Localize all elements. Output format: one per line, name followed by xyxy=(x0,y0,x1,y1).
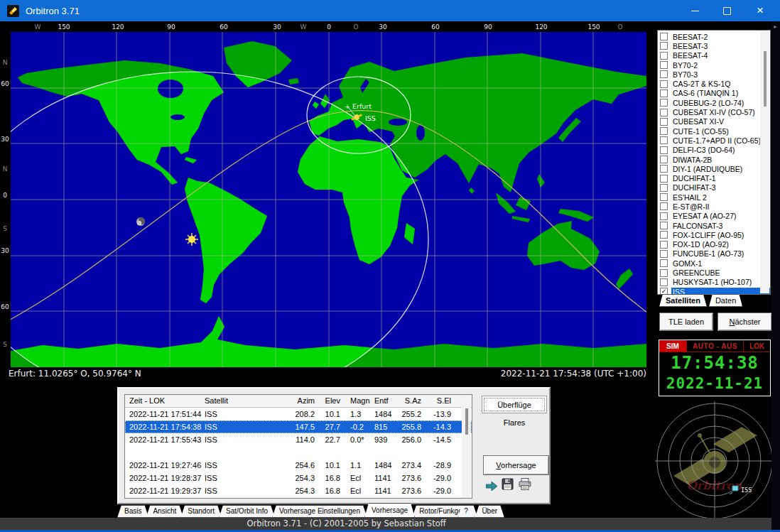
column-header[interactable]: Azim xyxy=(276,395,315,407)
satellite-checkbox[interactable] xyxy=(660,99,668,107)
passes-option-toggle[interactable]: Überflüge xyxy=(482,396,547,413)
forecast-button[interactable]: Vorhersage xyxy=(483,455,549,475)
sim-mode-badge[interactable]: SIM xyxy=(659,340,687,352)
satellite-checkbox[interactable] xyxy=(660,278,668,286)
tab-vorhersage[interactable]: Vorhersage xyxy=(364,503,415,518)
column-header[interactable]: Magn xyxy=(350,395,370,407)
satellite-checkbox[interactable] xyxy=(660,80,668,88)
tab-sat-orbit-info[interactable]: Sat/Orbit Info xyxy=(219,505,275,518)
satellite-checkbox[interactable] xyxy=(660,202,668,210)
prediction-table-header[interactable]: Zeit - LOKSatellitAzimElevMagnEntfS.AzS.… xyxy=(125,395,472,408)
satellite-checkbox[interactable] xyxy=(660,156,668,163)
satellite-list-item[interactable]: FOX-1D (AO-92) xyxy=(658,240,770,249)
prediction-row[interactable]: 2022-11-21 17:55:43ISS114.022.70.0*93925… xyxy=(125,433,472,446)
prediction-row[interactable]: 2022-11-21 17:54:38ISS147.527.7-0.281525… xyxy=(125,420,472,433)
minimize-button[interactable] xyxy=(681,0,709,21)
satellite-checkbox[interactable] xyxy=(660,231,668,239)
tab-standort[interactable]: Standort xyxy=(180,505,222,518)
satellite-list-item[interactable]: DIWATA-2B xyxy=(658,155,770,164)
prediction-row[interactable]: 2022-11-21 19:29:37ISS254.316.8Ecl114127… xyxy=(125,484,472,497)
prediction-cell: 2022-11-21 19:27:46 xyxy=(129,459,201,472)
panel-collapse-arrow[interactable]: ► xyxy=(773,24,778,29)
satellite-list-item[interactable]: FALCONSAT-3 xyxy=(658,221,770,230)
satellite-list-item[interactable]: BEESAT-2 xyxy=(658,32,770,41)
prediction-row[interactable]: 2022-11-21 17:51:44ISS208.210.11.3148425… xyxy=(125,408,472,420)
tab-über[interactable]: Über xyxy=(475,505,504,518)
prediction-row[interactable] xyxy=(125,446,472,459)
satellite-list-item[interactable]: CUBESAT XI-V xyxy=(658,117,770,126)
satellite-list-item[interactable]: EYESAT A (AO-27) xyxy=(658,212,770,221)
satellite-checkbox[interactable] xyxy=(660,269,668,277)
column-header[interactable]: Zeit - LOK xyxy=(129,395,165,407)
world-map[interactable]: + Erfurt ISS xyxy=(11,32,646,367)
satellite-checkbox[interactable] xyxy=(660,259,668,267)
save-icon[interactable] xyxy=(502,478,514,490)
auto-mode-label[interactable]: AUTO - AUS xyxy=(687,340,744,352)
flares-option[interactable]: Flares xyxy=(482,418,547,427)
satellite-list-item[interactable]: BY70-3 xyxy=(658,70,770,79)
column-header[interactable]: S.El xyxy=(423,395,451,407)
column-header[interactable]: Elev xyxy=(317,395,340,407)
prediction-table[interactable]: Zeit - LOKSatellitAzimElevMagnEntfS.AzS.… xyxy=(124,394,472,499)
satellite-checkbox[interactable] xyxy=(660,165,668,173)
tab-basis[interactable]: Basis xyxy=(117,505,148,518)
satellite-list-item[interactable]: CAS-2T & KS-1Q xyxy=(658,79,770,88)
maximize-button[interactable] xyxy=(713,0,741,21)
satellite-checkbox[interactable] xyxy=(660,70,668,78)
column-header[interactable]: Satellit xyxy=(205,395,228,407)
column-header[interactable]: Entf xyxy=(374,395,389,407)
tab-ansicht[interactable]: Ansicht xyxy=(146,505,183,518)
load-tle-button[interactable]: TLE laden xyxy=(659,313,713,331)
satellite-list-item[interactable]: GREENCUBE xyxy=(658,268,770,277)
satellite-panel-tab-daten[interactable]: Daten xyxy=(709,294,742,307)
tab-vorhersage-einstellungen[interactable]: Vorhersage Einstellungen xyxy=(272,505,367,518)
satellite-list-item[interactable]: DELFI-C3 (DO-64) xyxy=(658,146,770,155)
satellite-list-item[interactable]: CAS-6 (TIANQIN 1) xyxy=(658,89,770,98)
go-arrow-icon[interactable] xyxy=(486,482,498,491)
satellite-checkbox[interactable] xyxy=(660,61,668,69)
satellite-list-item[interactable]: BEESAT-3 xyxy=(658,41,770,50)
satellite-list-item[interactable]: DUCHIFAT-1 xyxy=(658,173,770,183)
satellite-checkbox[interactable] xyxy=(660,241,668,249)
satellite-checkbox[interactable] xyxy=(660,175,668,183)
satellite-list-item[interactable]: CUBEBUG-2 (LO-74) xyxy=(658,98,770,107)
prediction-table-scrollbar-thumb[interactable] xyxy=(465,408,468,435)
satellite-list-item[interactable]: CUTE-1.7+APD II (CO-65) xyxy=(658,136,770,145)
satellite-list[interactable]: BEESAT-2BEESAT-3BEESAT-4BY70-2BY70-3CAS-… xyxy=(657,30,771,295)
satellite-checkbox[interactable] xyxy=(660,193,668,201)
satellite-list-item[interactable]: FOX-1CLIFF (AO-95) xyxy=(658,230,770,239)
satellite-list-item[interactable]: DIY-1 (ARDUIQUBE) xyxy=(658,164,770,173)
lok-mode-label[interactable]: LOK xyxy=(744,340,770,352)
satellite-list-item[interactable]: GOMX-1 xyxy=(658,259,770,268)
satellite-list-item[interactable]: HUSKYSAT-1 (HO-107) xyxy=(658,278,770,287)
prediction-row[interactable]: 2022-11-21 19:28:37ISS254.316.8Ecl114127… xyxy=(125,472,472,484)
satellite-checkbox[interactable] xyxy=(660,89,668,97)
satellite-list-item[interactable]: ES'HAIL 2 xyxy=(658,192,770,202)
satellite-checkbox[interactable] xyxy=(660,136,668,144)
prediction-row[interactable]: 2022-11-21 19:27:46ISS254.610.11.1148427… xyxy=(125,459,472,472)
satellite-list-item[interactable]: BY70-2 xyxy=(658,60,770,70)
next-pass-button[interactable]: Nächster xyxy=(717,313,772,331)
print-icon[interactable] xyxy=(519,478,532,490)
satellite-checkbox[interactable] xyxy=(660,52,668,60)
satellite-list-item[interactable]: FUNCUBE-1 (AO-73) xyxy=(658,249,770,259)
satellite-checkbox[interactable] xyxy=(660,109,668,116)
satellite-panel-tab-satelliten[interactable]: Satelliten xyxy=(659,294,707,307)
satellite-checkbox[interactable] xyxy=(660,222,668,229)
satellite-checkbox[interactable] xyxy=(660,184,668,192)
column-header[interactable]: S.Az xyxy=(394,395,421,407)
satellite-checkbox[interactable] xyxy=(660,33,668,40)
satellite-list-item[interactable]: CUTE-1 (CO-55) xyxy=(658,126,770,136)
satellite-checkbox[interactable] xyxy=(660,212,668,220)
satellite-checkbox[interactable] xyxy=(660,146,668,154)
satellite-list-item[interactable]: CUBESAT XI-IV (CO-57) xyxy=(658,107,770,116)
close-button[interactable]: × xyxy=(746,0,774,21)
satellite-list-item[interactable]: DUCHIFAT-3 xyxy=(658,183,770,192)
satellite-list-item[interactable]: BEESAT-4 xyxy=(658,51,770,60)
satellite-list-item[interactable]: E-ST@R-II xyxy=(658,202,770,211)
satellite-checkbox[interactable] xyxy=(660,127,668,135)
satellite-checkbox[interactable] xyxy=(660,42,668,50)
satellite-checkbox[interactable] xyxy=(660,118,668,126)
satellite-checkbox[interactable] xyxy=(660,250,668,258)
satellite-list-scrollbar-thumb[interactable] xyxy=(764,51,767,107)
